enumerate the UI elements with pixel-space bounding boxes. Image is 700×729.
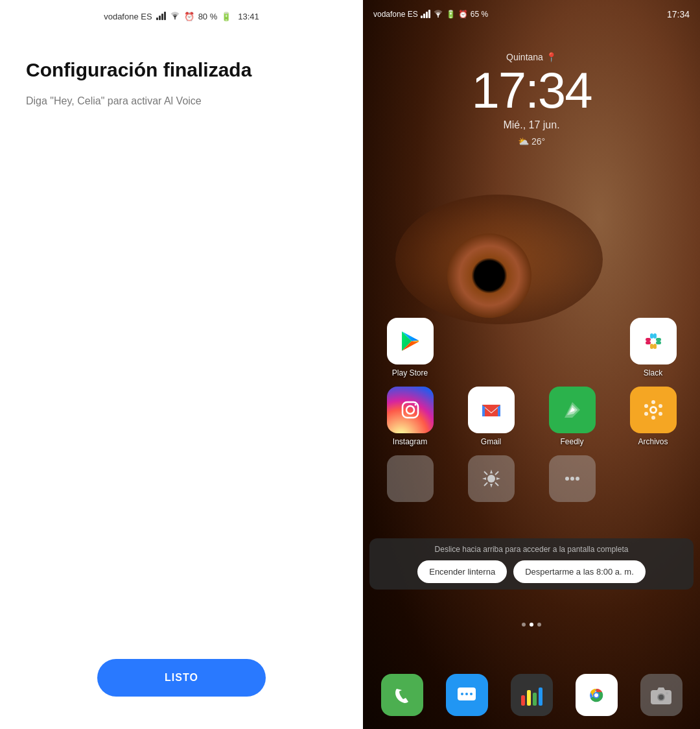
svg-point-24 [659, 412, 662, 416]
slack-icon [630, 318, 677, 364]
app-item-empty2 [540, 318, 605, 377]
phone-icon [381, 674, 423, 716]
location-pin-icon: 📍 [546, 52, 557, 62]
svg-point-26 [565, 477, 569, 481]
app-item-feedly[interactable]: Feedly [540, 387, 605, 446]
settings-icon [468, 455, 515, 502]
instagram-label: Instagram [393, 437, 427, 446]
svg-point-12 [406, 406, 414, 414]
playstore-icon [387, 318, 434, 364]
charts-icon [511, 674, 553, 716]
archivos-icon [630, 387, 677, 433]
svg-point-19 [651, 400, 655, 404]
svg-point-44 [666, 692, 668, 695]
app-item-playstore[interactable]: Play Store [378, 318, 443, 377]
weather-display: ⛅ 26° [363, 136, 700, 147]
chrome-icon [576, 674, 618, 716]
suggestion-hint: Deslice hacia arriba para acceder a la p… [379, 545, 684, 554]
misc-icon-1 [387, 455, 434, 502]
date-display: Mié., 17 jun. [363, 119, 700, 131]
signal-icon [156, 12, 166, 20]
battery-icon-left: 🔋 [221, 12, 231, 21]
app-item-archivos[interactable]: Archivos [621, 387, 686, 446]
dock-messages[interactable] [441, 674, 493, 716]
app-row-1: Play Store [369, 318, 694, 377]
svg-point-1 [438, 16, 439, 18]
alarm-right-icon: ⏰ [458, 10, 468, 19]
svg-point-28 [576, 477, 579, 481]
suggestion-bar: Deslice hacia arriba para acceder a la p… [369, 538, 694, 590]
lock-screen-info: Quintana 📍 17:34 Mié., 17 jun. ⛅ 26° [363, 52, 700, 147]
dot-2 [530, 623, 533, 627]
svg-point-22 [659, 404, 662, 408]
time-left: 13:41 [238, 12, 259, 21]
right-panel: vodafone ES 🔋 ⏰ 65 % 17:34 Quintana 📍 17… [363, 0, 700, 729]
dock-chrome[interactable] [570, 674, 622, 716]
wifi-right-icon [433, 9, 443, 19]
battery-right-icon: 🔋 [446, 10, 456, 19]
suggestion-buttons: Encender linterna Despertarme a las 8:00… [379, 560, 684, 583]
bottom-dock [369, 674, 694, 716]
svg-point-18 [651, 408, 655, 412]
svg-point-32 [470, 693, 472, 695]
messages-icon [446, 674, 488, 716]
svg-rect-10 [650, 344, 653, 349]
listo-button[interactable]: LISTO [97, 659, 266, 697]
svg-rect-8 [656, 338, 661, 341]
weather-icon: ⛅ [518, 136, 529, 147]
app-item-gmail[interactable]: Gmail [459, 387, 524, 446]
eye-iris [447, 233, 531, 318]
dock-phone[interactable] [376, 674, 428, 716]
playstore-label: Play Store [392, 368, 428, 377]
pagination-dots [363, 623, 700, 627]
svg-point-13 [414, 404, 416, 406]
left-panel: vodafone ES ⏰ 80 % 🔋 13:41 Configuración… [0, 0, 363, 729]
archivos-label: Archivos [638, 437, 668, 446]
page-subtitle: Diga "Hey, Celia" para activar Al Voice [26, 93, 337, 109]
left-content: Configuración finalizada Diga "Hey, Celi… [0, 32, 363, 639]
status-left: vodafone ES 🔋 ⏰ 65 % [373, 9, 488, 19]
svg-point-0 [174, 18, 176, 19]
svg-point-25 [487, 475, 495, 483]
linterna-button[interactable]: Encender linterna [417, 560, 507, 583]
app-item-slack[interactable]: Slack [621, 318, 686, 377]
app-item-misc2[interactable] [459, 455, 524, 506]
status-right: 17:34 [667, 9, 690, 19]
instagram-icon [387, 387, 434, 433]
signal-right-icon [421, 10, 430, 18]
time-display: 17:34 [363, 65, 700, 115]
svg-rect-33 [521, 695, 525, 706]
dot-1 [522, 623, 526, 627]
app-grid: Play Store [369, 318, 694, 515]
svg-point-27 [570, 477, 574, 481]
svg-point-43 [659, 695, 664, 700]
left-bottom: LISTO [0, 639, 363, 729]
carrier-left: vodafone ES [104, 12, 152, 21]
svg-point-40 [594, 693, 598, 697]
app-row-3 [369, 455, 694, 506]
app-item-empty3 [621, 455, 686, 506]
app-item-instagram[interactable]: Instagram [378, 387, 443, 446]
svg-rect-7 [656, 341, 661, 344]
svg-point-31 [465, 693, 468, 695]
svg-rect-36 [539, 687, 542, 706]
weather-temp: 26° [531, 136, 545, 147]
wifi-icon [170, 12, 180, 21]
dock-charts[interactable] [506, 674, 557, 716]
location-label: Quintana 📍 [363, 52, 700, 62]
camera-icon [640, 674, 682, 716]
despertarme-button[interactable]: Despertarme a las 8:00 a. m. [513, 560, 646, 583]
app-item-misc3[interactable] [540, 455, 605, 506]
app-row-2: Instagram Gmail [369, 387, 694, 446]
app-item-empty1 [459, 318, 524, 377]
time-right: 17:34 [667, 9, 690, 19]
dot-3 [537, 623, 541, 627]
dock-camera[interactable] [635, 674, 687, 716]
app-item-misc1[interactable] [378, 455, 443, 506]
svg-rect-9 [653, 344, 657, 349]
empty-icon-1 [468, 318, 515, 364]
empty-icon-2 [549, 318, 596, 364]
svg-rect-35 [533, 693, 537, 706]
battery-left: 80 % [198, 12, 218, 21]
location-text: Quintana [506, 52, 543, 62]
